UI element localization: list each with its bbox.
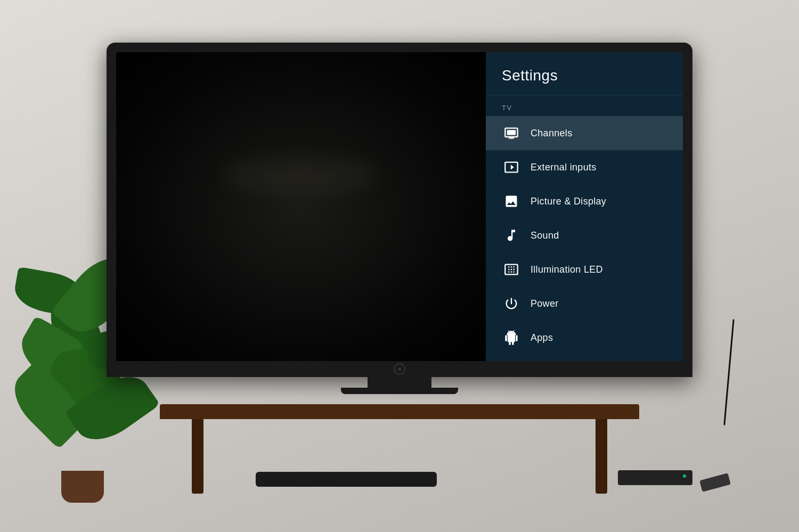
- menu-item-picture-display[interactable]: Picture & Display: [486, 184, 683, 218]
- section-tv-label: TV: [486, 95, 683, 116]
- settings-menu: Channels External inputs: [486, 116, 683, 361]
- settings-header: Settings: [486, 52, 683, 95]
- menu-item-apps[interactable]: Apps: [486, 321, 683, 355]
- apps-label: Apps: [531, 332, 553, 343]
- screen-glow: [221, 160, 381, 192]
- settings-panel: Settings TV Channels: [486, 52, 683, 361]
- menu-item-screen-saver[interactable]: Screen saver: [486, 355, 683, 361]
- tv-stand-neck: [368, 377, 431, 388]
- settings-title: Settings: [502, 67, 558, 84]
- table-top: [160, 404, 639, 419]
- android-icon: [502, 328, 521, 347]
- led-icon: [502, 260, 521, 279]
- tv-icon: [502, 124, 521, 143]
- table-leg-left: [192, 419, 203, 494]
- picture-display-label: Picture & Display: [531, 196, 606, 207]
- tv-bottom-bar: ✕: [116, 361, 683, 377]
- illumination-led-label: Illumination LED: [531, 264, 603, 275]
- tv-stand-base: [341, 388, 458, 394]
- menu-item-channels[interactable]: Channels: [486, 116, 683, 150]
- tv-logo: ✕: [394, 363, 405, 375]
- power-label: Power: [531, 298, 559, 309]
- picture-icon: [502, 192, 521, 211]
- tv-screen: Settings TV Channels: [116, 52, 683, 361]
- sound-label: Sound: [531, 230, 559, 241]
- soundbar: [256, 472, 437, 487]
- menu-item-illumination-led[interactable]: Illumination LED: [486, 252, 683, 287]
- tv: Settings TV Channels: [107, 43, 692, 394]
- tv-screen-left: [116, 52, 486, 361]
- channels-label: Channels: [531, 128, 572, 139]
- external-inputs-label: External inputs: [531, 162, 597, 173]
- tv-frame: Settings TV Channels: [107, 43, 692, 377]
- set-top-box: [618, 470, 692, 485]
- table-leg-right: [596, 419, 607, 494]
- input-icon: [502, 158, 521, 177]
- menu-item-external-inputs[interactable]: External inputs: [486, 150, 683, 184]
- menu-item-sound[interactable]: Sound: [486, 218, 683, 252]
- menu-item-power[interactable]: Power: [486, 287, 683, 321]
- sound-icon: [502, 226, 521, 245]
- set-top-box-led: [683, 474, 686, 478]
- power-icon: [502, 294, 521, 313]
